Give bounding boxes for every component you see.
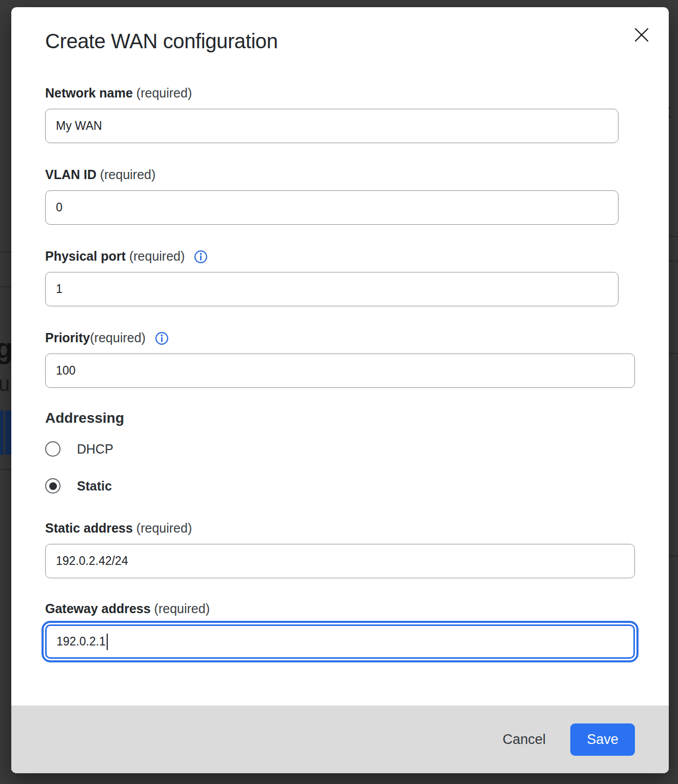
- network-name-label: Network name (required): [45, 85, 635, 101]
- vlan-id-label: VLAN ID (required): [45, 167, 635, 182]
- gateway-address-field: Gateway address (required) 192.0.2.1: [45, 601, 635, 659]
- backdrop-table-line: [0, 286, 11, 287]
- priority-field: Priority(required): [45, 330, 635, 388]
- priority-label: Priority(required): [45, 330, 635, 345]
- network-name-field: Network name (required): [45, 85, 635, 143]
- create-wan-configuration-dialog: Create WAN configuration Network name (r…: [11, 7, 669, 773]
- info-icon[interactable]: [155, 331, 169, 345]
- info-icon[interactable]: [194, 250, 208, 264]
- backdrop-table-line: [0, 469, 11, 470]
- dhcp-radio[interactable]: [45, 441, 61, 457]
- text-cursor: [107, 634, 108, 650]
- addressing-option-dhcp[interactable]: DHCP: [45, 441, 635, 457]
- vlan-id-input[interactable]: [45, 190, 619, 225]
- backdrop-table-line: [0, 251, 11, 252]
- backdrop-table-line: [668, 236, 678, 237]
- gateway-address-label: Gateway address (required): [45, 601, 635, 616]
- static-radio[interactable]: [45, 478, 61, 494]
- addressing-heading: Addressing: [45, 409, 635, 427]
- gateway-address-value: 192.0.2.1: [56, 635, 106, 649]
- physical-port-field: Physical port (required): [45, 248, 635, 306]
- close-icon: [632, 25, 651, 46]
- dialog-title: Create WAN configuration: [45, 29, 635, 53]
- gateway-address-input[interactable]: 192.0.2.1: [45, 624, 635, 659]
- static-address-label: Static address (required): [45, 520, 635, 536]
- backdrop-button-fragment: [0, 410, 11, 455]
- static-address-input[interactable]: [45, 544, 635, 578]
- close-button[interactable]: [631, 25, 652, 46]
- save-button[interactable]: Save: [570, 723, 635, 756]
- dialog-footer: Cancel Save: [11, 705, 669, 773]
- backdrop-text-fragment: u: [0, 373, 10, 396]
- static-address-field: Static address (required): [45, 520, 635, 578]
- backdrop-table-line: [668, 556, 678, 557]
- priority-input[interactable]: [45, 354, 635, 388]
- backdrop-table-line: [668, 261, 678, 262]
- physical-port-input[interactable]: [45, 272, 619, 306]
- dhcp-radio-label: DHCP: [77, 442, 113, 457]
- physical-port-label: Physical port (required): [45, 248, 635, 264]
- backdrop-table-line: [668, 353, 678, 354]
- static-radio-label: Static: [77, 479, 112, 494]
- vlan-id-field: VLAN ID (required): [45, 167, 635, 225]
- network-name-input[interactable]: [45, 109, 619, 143]
- addressing-option-static[interactable]: Static: [45, 478, 635, 494]
- cancel-button[interactable]: Cancel: [503, 732, 546, 748]
